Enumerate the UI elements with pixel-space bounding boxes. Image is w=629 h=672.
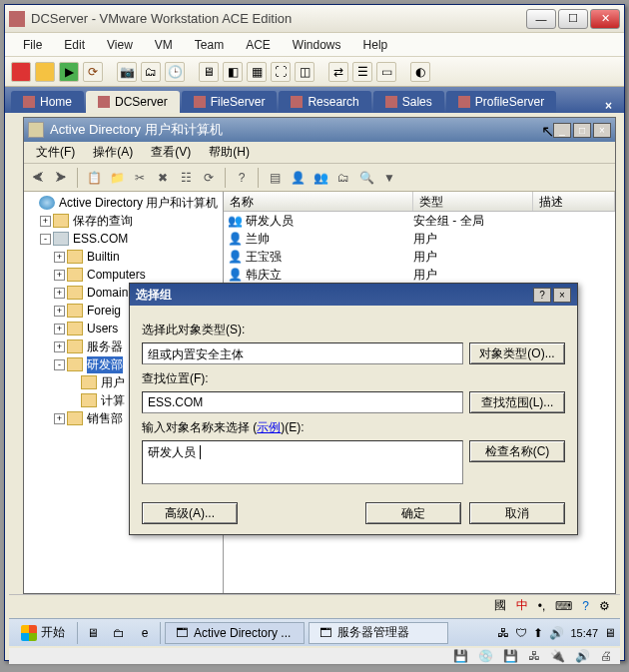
ime-keyboard-icon[interactable]: ⌨ — [555, 599, 572, 613]
show-console-button[interactable]: 🖥 — [199, 62, 219, 82]
vm-tab-home[interactable]: Home — [11, 91, 84, 113]
tray-shield-icon[interactable]: 🛡 — [515, 626, 527, 640]
vm-menu-ace[interactable]: ACE — [236, 35, 281, 55]
device-net-icon[interactable]: 🖧 — [528, 649, 540, 663]
help-icon[interactable]: ? — [232, 168, 252, 188]
vm-tab-fileserver[interactable]: FileServer — [182, 91, 278, 113]
tree-label[interactable]: 服务器 — [87, 338, 123, 355]
ime-icon[interactable]: 國 — [494, 597, 506, 614]
quickswitch-button[interactable]: ⇄ — [328, 62, 348, 82]
dialog-titlebar[interactable]: 选择组 ? × — [130, 284, 577, 306]
sidebar-button[interactable]: ◧ — [223, 62, 243, 82]
device-usb-icon[interactable]: 🔌 — [550, 649, 565, 663]
back-icon[interactable]: ⮜ — [28, 168, 48, 188]
tree-toggle[interactable]: - — [40, 234, 51, 245]
location-button[interactable]: 查找范围(L)... — [469, 391, 565, 413]
mmc-menu-item[interactable]: 帮助(H) — [201, 142, 258, 163]
addou-icon[interactable]: 🗂 — [333, 168, 353, 188]
tree-toggle[interactable]: - — [54, 359, 65, 370]
tree-item[interactable]: +Builtin — [26, 248, 221, 266]
vm-menu-help[interactable]: Help — [353, 35, 398, 55]
ql-explorer-icon[interactable]: 🗀 — [108, 622, 130, 644]
checknames-button[interactable]: 检查名称(C) — [469, 440, 565, 462]
tree-label[interactable]: Users — [87, 322, 118, 336]
ime-settings-icon[interactable]: ⚙ — [599, 599, 610, 613]
tree-label[interactable]: 保存的查询 — [73, 213, 133, 230]
vm-menu-view[interactable]: View — [97, 35, 143, 55]
dialog-close-button[interactable]: × — [553, 288, 571, 303]
tree-toggle[interactable]: + — [54, 252, 65, 263]
tree-item[interactable]: +Computers — [26, 266, 221, 284]
mmc-menu-item[interactable]: 查看(V) — [143, 142, 199, 163]
addgroup-icon[interactable]: 👥 — [311, 168, 330, 188]
appliance-button[interactable]: ▭ — [376, 62, 396, 82]
maximize-button[interactable]: ☐ — [558, 9, 588, 29]
device-cd-icon[interactable]: 💿 — [478, 649, 493, 663]
ime-status[interactable]: 中 — [516, 597, 528, 614]
tree-toggle[interactable]: + — [54, 270, 65, 281]
tree-toggle[interactable]: + — [54, 324, 65, 335]
clock[interactable]: 15:47 — [570, 627, 598, 639]
taskbar-task[interactable]: 🗔服务器管理器 — [309, 622, 448, 644]
vm-menu-file[interactable]: File — [13, 35, 52, 55]
tree-label[interactable]: ESS.COM — [73, 232, 128, 246]
example-link[interactable]: 示例 — [257, 420, 281, 434]
vm-menu-vm[interactable]: VM — [145, 35, 183, 55]
find-icon[interactable]: 🔍 — [356, 168, 376, 188]
minimize-button[interactable]: — — [526, 9, 556, 29]
mmc-maximize-button[interactable]: □ — [573, 123, 591, 138]
suspend-button[interactable] — [35, 62, 55, 82]
ime-punct-icon[interactable]: •, — [538, 599, 546, 613]
unity-button[interactable]: ◫ — [295, 62, 314, 82]
tree-item[interactable]: Active Directory 用户和计算机 — [26, 194, 221, 212]
tree-toggle[interactable]: + — [54, 413, 65, 424]
vm-tab-dcserver[interactable]: DCServer — [86, 91, 180, 113]
poweroff-button[interactable] — [11, 62, 31, 82]
adduser-icon[interactable]: 👤 — [288, 168, 308, 188]
tree-label[interactable]: Computers — [87, 268, 146, 282]
vm-tab-profileserver[interactable]: ProfileServer — [446, 91, 556, 113]
forward-icon[interactable]: ⮞ — [51, 168, 71, 188]
ql-desktop-icon[interactable]: 🖥 — [82, 622, 104, 644]
tree-label[interactable]: Foreig — [87, 304, 121, 318]
mmc-menu-item[interactable]: 文件(F) — [28, 142, 83, 163]
funnel-icon[interactable]: ▼ — [379, 168, 399, 188]
tree-toggle[interactable]: + — [54, 341, 65, 352]
tray-icon[interactable]: 🖥 — [604, 626, 616, 640]
tree-label[interactable]: 用户 — [101, 374, 125, 391]
mmc-minimize-button[interactable]: _ — [553, 123, 571, 138]
tray-updates-icon[interactable]: ⬆ — [533, 626, 543, 640]
ok-button[interactable]: 确定 — [365, 502, 461, 524]
tree-item[interactable]: +保存的查询 — [26, 212, 221, 230]
properties-icon[interactable]: ☷ — [176, 168, 196, 188]
tree-toggle[interactable]: + — [40, 216, 51, 227]
vm-tab-research[interactable]: Research — [279, 91, 370, 113]
tree-toggle[interactable]: + — [54, 306, 65, 317]
filter-icon[interactable]: ▤ — [265, 168, 285, 188]
mmc-titlebar[interactable]: Active Directory 用户和计算机 _ □ × — [24, 118, 615, 142]
up-icon[interactable]: 📋 — [84, 168, 104, 188]
fullscreen-button[interactable]: ⛶ — [271, 62, 291, 82]
tray-network-icon[interactable]: 🖧 — [497, 626, 509, 640]
start-button[interactable]: 开始 — [13, 622, 73, 643]
refresh-icon[interactable]: ⟳ — [199, 168, 219, 188]
mmc-close-button[interactable]: × — [593, 123, 611, 138]
tree-label[interactable]: Builtin — [87, 250, 120, 264]
device-sound-icon[interactable]: 🔊 — [575, 649, 590, 663]
reset-button[interactable]: ⟳ — [83, 62, 103, 82]
ace-button[interactable]: ◐ — [410, 62, 430, 82]
mmc-menu-item[interactable]: 操作(A) — [85, 142, 141, 163]
taskbar-task[interactable]: 🗔Active Directory ... — [165, 622, 305, 644]
dialog-help-button[interactable]: ? — [533, 288, 551, 303]
list-row[interactable]: 👤兰帅用户 — [224, 230, 615, 248]
device-floppy-icon[interactable]: 💾 — [503, 649, 518, 663]
list-row[interactable]: 👥研发人员安全组 - 全局 — [224, 212, 615, 230]
names-textarea[interactable]: 研发人员 — [142, 440, 463, 484]
poweron-button[interactable]: ▶ — [59, 62, 79, 82]
thumbnail-button[interactable]: ▦ — [247, 62, 267, 82]
revert-button[interactable]: 🕒 — [165, 62, 185, 82]
vm-menu-edit[interactable]: Edit — [54, 35, 95, 55]
device-hdd-icon[interactable]: 💾 — [453, 649, 468, 663]
tree-toggle[interactable]: + — [54, 288, 65, 299]
tab-close-button[interactable]: × — [599, 99, 618, 113]
